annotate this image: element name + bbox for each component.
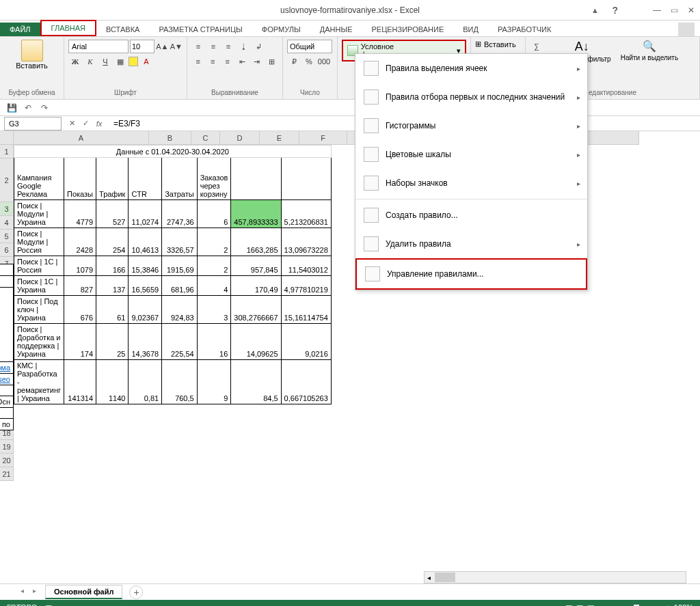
orientation-icon[interactable]: ⭭ — [237, 40, 250, 53]
cell[interactable]: 141314 — [64, 360, 96, 404]
cell[interactable]: 16 — [197, 324, 231, 360]
cell[interactable]: 84,5 — [231, 360, 281, 404]
cell[interactable]: 170,49 — [231, 276, 281, 296]
cell[interactable]: 9,02367 — [129, 296, 162, 324]
tab-developer[interactable]: РАЗРАБОТЧИК — [488, 23, 561, 36]
cell[interactable]: 0,81 — [129, 360, 162, 404]
redo-icon[interactable]: ↷ — [38, 102, 51, 114]
cell[interactable]: 174 — [64, 324, 96, 360]
insert-cells-icon[interactable]: ⊞ — [475, 40, 481, 49]
cell[interactable]: 15,16114754 — [281, 296, 331, 324]
cell[interactable]: Поиск | Под ключ | Украина — [14, 296, 64, 324]
indent-inc-icon[interactable]: ⇥ — [250, 55, 264, 68]
cell[interactable]: 6 — [197, 200, 231, 228]
align-left-icon[interactable]: ≡ — [191, 55, 205, 68]
paste-icon[interactable] — [21, 40, 43, 61]
cf-highlight-cells[interactable]: Правила выделения ячеек▸ — [355, 54, 587, 83]
cell[interactable]: 0,667105263 — [281, 360, 331, 404]
tab-formulas[interactable]: ФОРМУЛЫ — [252, 23, 310, 36]
underline-button[interactable]: Ч — [98, 55, 112, 68]
cell[interactable]: 457,8933333 — [231, 200, 281, 228]
zoom-out-icon[interactable]: − — [598, 603, 602, 606]
find-icon[interactable]: 🔍 — [643, 40, 656, 53]
cell[interactable]: 9 — [197, 360, 231, 404]
tab-insert[interactable]: ВСТАВКА — [96, 23, 149, 36]
tab-data[interactable]: ДАННЫЕ — [310, 23, 362, 36]
sheet-nav-next[interactable]: ▸ — [33, 587, 44, 598]
cell[interactable]: 676 — [64, 296, 96, 324]
cell[interactable]: 61 — [96, 296, 129, 324]
align-right-icon[interactable]: ≡ — [221, 55, 234, 68]
fx-icon[interactable]: fx — [93, 118, 105, 130]
zoom-value[interactable]: 100% — [674, 603, 693, 606]
cell[interactable]: 16,5659 — [129, 276, 162, 296]
col-header-A[interactable]: A — [14, 131, 149, 145]
cell[interactable]: 3 — [197, 296, 231, 324]
view-break-icon[interactable]: ▤ — [587, 603, 594, 607]
cell[interactable]: Поиск | Модули | Украина — [14, 200, 64, 228]
signin-icon[interactable] — [678, 23, 695, 36]
cf-clear-rules[interactable]: Удалить правила▸ — [355, 230, 587, 258]
cell[interactable]: Поиск | Модули | Россия — [14, 228, 64, 256]
row-header-20[interactable]: 20 — [0, 454, 14, 467]
cell[interactable]: 827 — [64, 276, 96, 296]
cell[interactable]: 10,4613 — [129, 228, 162, 256]
sheet-nav-prev[interactable]: ◂ — [21, 587, 31, 598]
cell[interactable]: 1079 — [64, 256, 96, 276]
macro-record-icon[interactable]: ▦ — [45, 603, 52, 607]
align-bot-icon[interactable]: ≡ — [221, 40, 235, 53]
sort-filter-icon[interactable]: A↓ — [575, 40, 589, 54]
cell[interactable]: 166 — [96, 256, 129, 276]
font-color-button[interactable]: A — [139, 55, 153, 68]
align-top-icon[interactable]: ≡ — [191, 40, 205, 53]
cell[interactable]: 308,2766667 — [231, 296, 281, 324]
bold-button[interactable]: Ж — [68, 55, 82, 68]
minimize-icon[interactable]: — — [653, 5, 661, 15]
wrap-text-icon[interactable]: ↲ — [252, 40, 265, 53]
insert-cells-button[interactable]: Вставить — [484, 40, 516, 49]
add-sheet-button[interactable]: + — [129, 586, 143, 599]
comma-icon[interactable]: 000 — [317, 55, 331, 68]
col-header-F[interactable]: F — [299, 131, 347, 145]
sheet-tab-main[interactable]: Основной файл — [45, 585, 122, 599]
shrink-font-icon[interactable]: A▼ — [170, 40, 183, 53]
help-icon[interactable]: ? — [612, 5, 618, 16]
cell[interactable]: 254 — [96, 228, 129, 256]
col-header-C[interactable]: C — [191, 131, 220, 145]
cell[interactable]: 11,5403012 — [281, 256, 331, 276]
col-header-B[interactable]: B — [149, 131, 191, 145]
cell[interactable]: Поиск | 1С | Украина — [14, 276, 64, 296]
view-normal-icon[interactable]: ▦ — [565, 603, 572, 607]
tab-file[interactable]: ФАЙЛ — [0, 23, 40, 36]
align-mid-icon[interactable]: ≡ — [206, 40, 220, 53]
cell[interactable]: 13,09673228 — [281, 228, 331, 256]
cell[interactable]: 2747,36 — [162, 200, 198, 228]
cf-new-rule[interactable]: Создать правило... — [355, 201, 587, 230]
cell[interactable]: 14,3678 — [129, 324, 162, 360]
cell[interactable]: 2428 — [64, 228, 96, 256]
tab-review[interactable]: РЕЦЕНЗИРОВАНИЕ — [362, 23, 453, 36]
cf-iconsets[interactable]: Наборы значков▸ — [355, 169, 587, 197]
tab-view[interactable]: ВИД — [453, 23, 488, 36]
cell[interactable]: 3326,57 — [162, 228, 198, 256]
currency-icon[interactable]: ₽ — [287, 55, 301, 68]
form-link[interactable]: Форма — [0, 363, 10, 372]
autosum-icon[interactable]: ∑ — [530, 40, 543, 53]
cell[interactable]: 957,845 — [231, 256, 281, 276]
cf-manage-rules[interactable]: Управление правилами... — [355, 258, 587, 290]
cell[interactable]: 681,96 — [162, 276, 198, 296]
restore-icon[interactable]: ▭ — [671, 5, 678, 15]
horizontal-scrollbar[interactable]: ◂ — [424, 571, 686, 583]
cell[interactable]: 924,83 — [162, 296, 198, 324]
cell[interactable]: 4 — [197, 276, 231, 296]
col-header-E[interactable]: E — [260, 131, 299, 145]
zoom-in-icon[interactable]: + — [665, 603, 669, 606]
accept-formula-icon[interactable]: ✓ — [79, 118, 92, 130]
ribbon-options-icon[interactable]: ▲ — [591, 6, 599, 14]
font-name-input[interactable] — [68, 40, 129, 53]
cell[interactable]: 760,5 — [162, 360, 198, 404]
find-select-button[interactable]: Найти и выделить — [621, 54, 678, 61]
cell[interactable]: 527 — [96, 200, 129, 228]
cancel-formula-icon[interactable]: ✕ — [66, 118, 78, 130]
cell[interactable]: Поиск | 1С | Россия — [14, 256, 64, 276]
